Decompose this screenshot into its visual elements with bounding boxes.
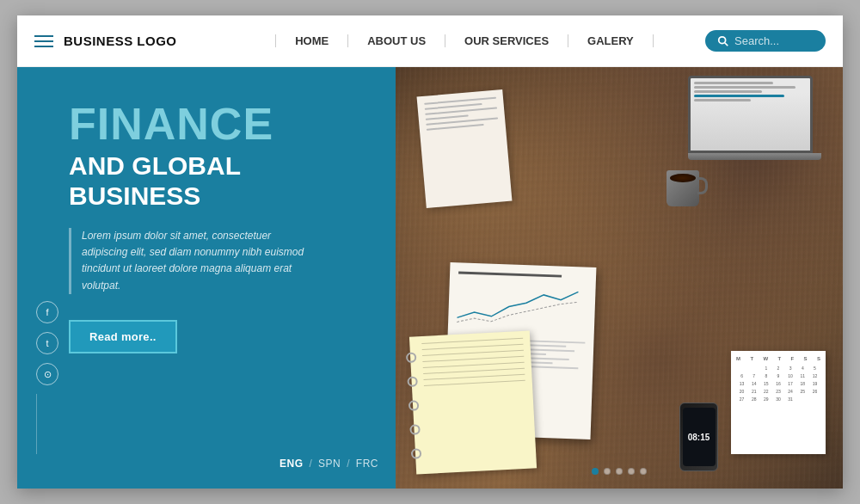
vertical-divider [36, 394, 37, 454]
header-left: BUSINESS LOGO [34, 34, 224, 48]
search-bar[interactable] [705, 30, 826, 52]
slider-dot-2[interactable] [604, 468, 611, 475]
calendar: M T W T F S S 1 2 3 4 5 6 7 [731, 351, 826, 454]
main-content: FINANCE AND GLOBALBUSINESS Lorem ipsum d… [17, 67, 843, 489]
search-input[interactable] [734, 34, 812, 47]
laptop-screen [688, 76, 813, 153]
read-more-button[interactable]: Read more.. [69, 320, 177, 353]
lang-spn[interactable]: SPN [318, 458, 341, 470]
svg-line-1 [725, 42, 728, 46]
slider-dot-5[interactable] [640, 468, 647, 475]
hero-description: Lorem ipsum dolor sit amet, consectetuer… [69, 228, 310, 294]
laptop-base [688, 153, 821, 160]
nav-services[interactable]: OUR SERVICES [445, 34, 568, 47]
left-panel: FINANCE AND GLOBALBUSINESS Lorem ipsum d… [17, 67, 396, 489]
laptop-screen-content [691, 78, 810, 151]
phone-time: 08:15 [688, 433, 710, 442]
slider-dot-4[interactable] [628, 468, 635, 475]
language-selector: ENG / SPN / FRC [280, 458, 378, 470]
notepad [409, 330, 537, 474]
svg-point-0 [719, 36, 726, 43]
main-nav: HOME ABOUT US OUR SERVICES GALERY [224, 34, 705, 47]
page-wrapper: BUSINESS LOGO HOME ABOUT US OUR SERVICES… [17, 15, 843, 489]
slider-dots [592, 468, 647, 475]
slider-dot-3[interactable] [616, 468, 623, 475]
mini-chart [457, 279, 587, 335]
social-icons: f t ⊙ [36, 301, 58, 385]
lang-eng[interactable]: ENG [280, 458, 304, 470]
search-icon [717, 35, 729, 47]
coffee-mug [666, 170, 705, 213]
calendar-grid: 1 2 3 4 5 6 7 8 9 10 11 12 13 14 15 16 1 [736, 365, 820, 403]
lang-frc[interactable]: FRC [356, 458, 378, 470]
hamburger-menu[interactable] [34, 35, 53, 47]
instagram-icon[interactable]: ⊙ [36, 363, 58, 385]
hero-title-main: AND GLOBALBUSINESS [69, 151, 361, 211]
hero-title-finance: FINANCE [69, 101, 361, 146]
laptop [688, 76, 826, 170]
twitter-icon[interactable]: t [36, 332, 58, 354]
facebook-icon[interactable]: f [36, 301, 58, 323]
phone: 08:15 [679, 403, 718, 471]
nav-about[interactable]: ABOUT US [348, 34, 445, 47]
nav-home[interactable]: HOME [275, 34, 348, 47]
slider-dot-1[interactable] [592, 468, 599, 475]
nav-gallery[interactable]: GALERY [568, 34, 654, 47]
phone-screen: 08:15 [683, 408, 716, 466]
calendar-header: M T W T F S S [736, 356, 820, 361]
document-paper [417, 89, 513, 208]
right-panel: M T W T F S S 1 2 3 4 5 6 7 [396, 67, 843, 489]
brand-logo: BUSINESS LOGO [64, 34, 177, 48]
header: BUSINESS LOGO HOME ABOUT US OUR SERVICES… [17, 15, 843, 67]
